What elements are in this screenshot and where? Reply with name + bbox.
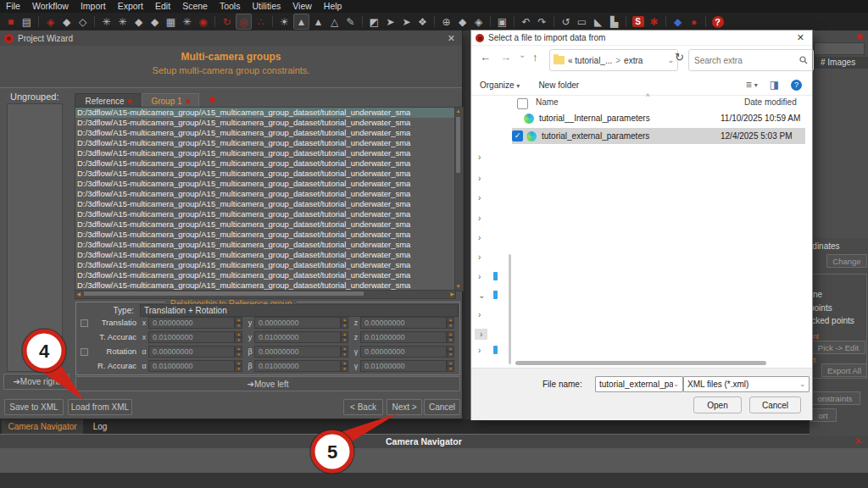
date-column-header[interactable]: Date modified [744, 97, 797, 107]
spinner-down-icon[interactable]: ▾ [341, 323, 348, 329]
select-all-checkbox[interactable] [517, 98, 528, 109]
spinner-control[interactable]: ▴▾ [341, 317, 348, 329]
ungrouped-list[interactable] [7, 103, 63, 372]
value-input[interactable]: 0.00000000 [254, 346, 341, 358]
move-right-button[interactable]: ➔Move right [3, 374, 70, 390]
help-icon[interactable]: ? [710, 14, 725, 29]
view-mode-dropdown-icon[interactable]: ▾ [754, 81, 758, 89]
vertical-scrollbar[interactable]: ▲ ▼ [454, 107, 464, 291]
file-row[interactable]: tutorial__Internal_parameters11/10/2025 … [512, 110, 805, 126]
menu-item-export[interactable]: Export [112, 0, 149, 13]
export-all-button[interactable]: Export All [821, 363, 867, 377]
menu-item-workflow[interactable]: Workflow [26, 0, 75, 13]
path-list-item[interactable]: D:/3dflow/A15-multicamera_group/A15_mult… [75, 189, 455, 199]
spinner-down-icon[interactable]: ▾ [235, 337, 242, 343]
menu-item-utilities[interactable]: Utilities [246, 0, 287, 13]
textured-mesh-import-icon[interactable]: ◆ [147, 14, 162, 29]
back-button[interactable]: < Back [343, 399, 383, 415]
wireframe-mesh-icon[interactable]: △ [327, 14, 342, 29]
wizard-close-icon[interactable]: ✕ [441, 33, 462, 44]
spinner-up-icon[interactable]: ▴ [447, 360, 454, 366]
file-type-combobox[interactable]: XML files (*.xml) ⌄ [683, 376, 810, 392]
points-import-icon[interactable]: ✳ [99, 14, 114, 29]
view-mode-icon[interactable]: ≡ [746, 79, 752, 91]
control-points-icon[interactable]: ∴ [253, 14, 268, 29]
file-name-dropdown-icon[interactable]: ⌄ [673, 380, 679, 388]
spinner-down-icon[interactable]: ▾ [447, 352, 454, 358]
constraints-button[interactable]: onstraints [810, 391, 860, 405]
file-row[interactable]: ✓tutorial_external_parameters12/4/2025 5… [512, 128, 805, 144]
name-column-header[interactable]: Name [536, 97, 559, 107]
spinner-control[interactable]: ▴▾ [235, 317, 242, 329]
change-button[interactable]: Change [826, 254, 867, 268]
tree-expand-icon[interactable]: › [478, 272, 481, 281]
redo-icon[interactable]: ↷ [535, 14, 549, 29]
images-list[interactable] [810, 69, 868, 238]
wizard-titlebar[interactable]: Project Wizard ✕ [0, 30, 462, 46]
file-type-dropdown-icon[interactable]: ⌄ [799, 380, 805, 388]
list-horizontal-scrollbar[interactable] [515, 361, 766, 365]
file-dialog-close-icon[interactable]: ✕ [789, 32, 812, 43]
brush-icon[interactable]: ✎ [343, 14, 358, 29]
lighting-icon[interactable]: ☀ [277, 14, 292, 29]
value-input[interactable]: 0.00000000 [148, 346, 235, 358]
tree-expand-icon[interactable]: › [478, 233, 481, 242]
path-list-item[interactable]: D:/3dflow/A15-multicamera_group/A15_mult… [75, 270, 455, 280]
group-file-list[interactable]: D:/3dflow/A15-multicamera_group/A15_mult… [75, 107, 456, 291]
new-project-icon[interactable]: ■ [3, 14, 18, 29]
tree-expand-icon[interactable]: › [478, 174, 481, 183]
value-input[interactable]: 0.00000000 [360, 346, 447, 358]
save-to-xml-button[interactable]: Save to XML [4, 399, 64, 415]
bounding-box-icon[interactable]: ◆ [455, 14, 470, 29]
spinner-up-icon[interactable]: ▴ [235, 317, 242, 323]
save-project-icon[interactable]: ▤ [19, 14, 34, 29]
type-combobox[interactable]: Translation + Rotation [140, 304, 459, 317]
sparse-cloud-icon[interactable]: ◆ [59, 14, 74, 29]
panel-close-dot-icon[interactable] [857, 34, 863, 40]
target-icon[interactable]: ◎ [236, 14, 252, 30]
settings-icon[interactable]: ✱ [647, 14, 661, 29]
spinner-down-icon[interactable]: ▾ [341, 337, 348, 343]
plugin-icon[interactable]: ◆ [670, 14, 685, 29]
menu-item-help[interactable]: Help [318, 0, 348, 13]
nav-back-icon[interactable]: ← [480, 51, 491, 64]
spinner-up-icon[interactable]: ▴ [447, 346, 454, 352]
shapes-icon[interactable]: ❖ [415, 14, 430, 29]
spinner-down-icon[interactable]: ▾ [447, 366, 454, 372]
next-button[interactable]: Next > [387, 399, 422, 415]
address-bar[interactable]: « tutorial_... > extra ⌄ [549, 49, 678, 71]
grid-import-icon[interactable]: ✳ [180, 14, 194, 29]
export-button[interactable]: ort [810, 408, 837, 422]
value-input[interactable]: 0.01000000 [360, 331, 447, 343]
menu-item-view[interactable]: View [287, 0, 318, 13]
stats-icon[interactable]: S [631, 14, 645, 29]
path-list-item[interactable]: D:/3dflow/A15-multicamera_group/A15_mult… [75, 138, 455, 148]
value-input[interactable]: 0.00000000 [360, 317, 447, 329]
cameras-visibility-icon[interactable]: ◩ [367, 14, 381, 29]
file-name-combobox[interactable]: tutorial_external_parameters ⌄ [595, 376, 683, 392]
tree-expand-icon[interactable]: ⌄ [478, 291, 485, 300]
menu-item-tools[interactable]: Tools [214, 0, 247, 13]
tree-expand-icon[interactable]: › [478, 346, 481, 355]
menu-item-import[interactable]: Import [75, 0, 112, 13]
preview-pane-icon[interactable]: ◨ [770, 79, 779, 91]
path-list-item[interactable]: D:/3dflow/A15-multicamera_group/A15_mult… [75, 219, 455, 230]
spinner-up-icon[interactable]: ▴ [341, 360, 348, 366]
spinner-up-icon[interactable]: ▴ [235, 360, 242, 366]
path-list-item[interactable]: D:/3dflow/A15-multicamera_group/A15_mult… [75, 260, 455, 270]
path-list-item[interactable]: D:/3dflow/A15-multicamera_group/A15_mult… [75, 118, 455, 128]
value-input[interactable]: 0.01000000 [148, 331, 235, 343]
grid-globe-icon[interactable]: ⊕ [439, 14, 453, 29]
cancel-button[interactable]: Cancel [424, 399, 460, 415]
spinner-down-icon[interactable]: ▾ [235, 366, 242, 372]
path-list-item[interactable]: D:/3dflow/A15-multicamera_group/A15_mult… [75, 128, 455, 138]
crop-icon[interactable]: ▭ [575, 14, 589, 29]
address-dropdown-icon[interactable]: ⌄ [667, 56, 674, 64]
copy-icon[interactable]: ▣ [495, 14, 509, 29]
spinner-control[interactable]: ▴▾ [447, 346, 454, 358]
menu-item-file[interactable]: File [0, 0, 26, 13]
file-checkbox[interactable]: ✓ [512, 130, 523, 141]
value-input[interactable]: 0.01000000 [148, 360, 235, 372]
nav-recent-icon[interactable]: ⌄ [519, 50, 526, 59]
spinner-up-icon[interactable]: ▴ [341, 331, 348, 337]
